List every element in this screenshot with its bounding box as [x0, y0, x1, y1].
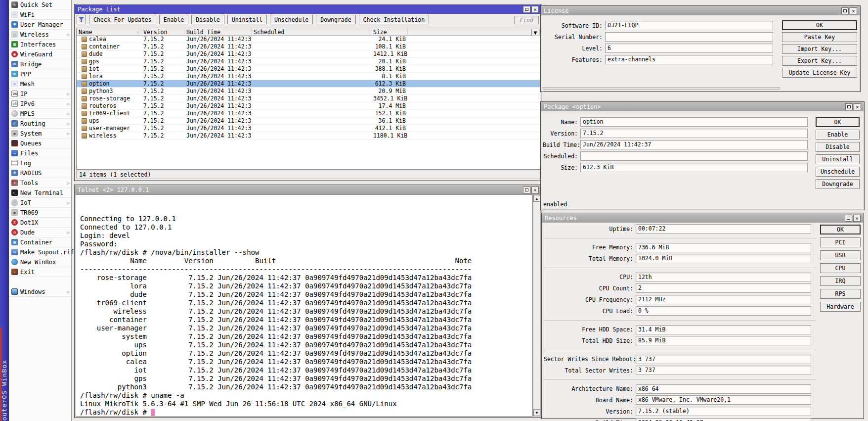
field-input[interactable]	[580, 151, 808, 161]
field-input[interactable]: 7.15.2	[580, 129, 808, 138]
toolbar-button[interactable]: Downgrade	[316, 15, 355, 24]
field-input[interactable]: 00:07:22	[636, 224, 811, 234]
column-header-size[interactable]: Size	[371, 28, 408, 36]
sidebar-item[interactable]: IoT ▷	[9, 198, 71, 208]
dialog-button[interactable]: PCI	[820, 237, 861, 247]
sidebar-item[interactable]: TR069	[9, 208, 71, 218]
terminal[interactable]: Connecting to 127.0.0.1 Connected to 127…	[76, 194, 533, 417]
table-row[interactable]: python3 7.15.2 Jun/26/2024 11:42:37 20.9…	[77, 88, 540, 95]
column-header-name[interactable]: Name △	[77, 28, 141, 36]
column-header-scheduled[interactable]: Scheduled	[252, 28, 371, 36]
dialog-button[interactable]: CPU	[820, 263, 861, 273]
scroll-up-button[interactable]: ▲	[533, 195, 540, 202]
field-input[interactable]: 6	[605, 44, 773, 53]
toolbar-button[interactable]: Check Installation	[359, 15, 430, 24]
dialog-button[interactable]: Import Key...	[782, 44, 857, 54]
sidebar-item[interactable]: WireGuard	[9, 49, 71, 59]
sidebar-item[interactable]: PPP	[9, 69, 71, 79]
field-input[interactable]: x86_64	[636, 384, 811, 394]
close-button[interactable]: ×	[531, 6, 539, 13]
scroll-down-button[interactable]: ▼	[533, 409, 540, 416]
maximize-button[interactable]	[523, 187, 530, 193]
sidebar-item[interactable]: WiFi	[9, 10, 71, 20]
dialog-button[interactable]: Disable	[816, 142, 860, 152]
dialog-button[interactable]: OK	[782, 20, 857, 30]
package-option-titlebar[interactable]: Package <option> ×	[541, 102, 864, 111]
field-input[interactable]: 2	[636, 283, 811, 293]
close-button[interactable]: ×	[850, 7, 857, 14]
maximize-button[interactable]	[845, 215, 852, 222]
toolbar-button[interactable]: Check For Updates	[89, 15, 156, 24]
close-button[interactable]: ×	[854, 103, 861, 110]
table-row[interactable]: gps 7.15.2 Jun/26/2024 11:42:37 20.1 KiB	[77, 58, 540, 65]
resources-titlebar[interactable]: Resources ×	[542, 214, 863, 223]
close-button[interactable]: ×	[853, 215, 861, 222]
find-input[interactable]	[514, 16, 539, 24]
license-titlebar[interactable]: License ×	[541, 6, 860, 15]
field-input[interactable]: option	[580, 117, 808, 127]
field-input[interactable]: 3 737	[636, 366, 811, 375]
dialog-button[interactable]: Update License Key	[782, 68, 857, 78]
sidebar-item[interactable]: MPLS ▷	[9, 109, 71, 119]
dialog-button[interactable]: OK	[816, 117, 860, 127]
table-row[interactable]: ups 7.15.2 Jun/26/2024 11:42:37 36.1 KiB	[77, 117, 540, 125]
sidebar-item[interactable]: Quick Set	[9, 0, 71, 10]
table-row[interactable]: rose-storage 7.15.2 Jun/26/2024 11:42:37…	[77, 95, 540, 102]
package-list-titlebar[interactable]: Package List ×	[75, 5, 541, 14]
sidebar-item[interactable]: Dot1X	[9, 218, 71, 228]
column-select-dropdown[interactable]: ▼	[531, 29, 539, 36]
dialog-button[interactable]: Paste Key	[782, 32, 857, 42]
table-row[interactable]: wireless 7.15.2 Jun/26/2024 11:42:37 118…	[77, 132, 540, 140]
field-input[interactable]: extra-channels	[605, 55, 773, 64]
table-row[interactable]: dude 7.15.2 Jun/26/2024 11:42:37 1412.1 …	[77, 50, 540, 58]
sidebar-item[interactable]: Tools ▷	[9, 178, 71, 188]
field-input[interactable]: 0 %	[636, 306, 811, 316]
field-input[interactable]: 3 737	[636, 355, 811, 364]
sidebar-item[interactable]: Make Supout.rif	[9, 247, 71, 257]
sidebar-item[interactable]: Interfaces	[9, 40, 71, 49]
field-input[interactable]: 1024.0 MiB	[636, 254, 811, 263]
field-input[interactable]	[605, 32, 773, 42]
field-input[interactable]: 612.3 KiB	[580, 163, 808, 172]
sidebar-item[interactable]: System ▷	[9, 129, 71, 139]
table-row[interactable]: user-manager 7.15.2 Jun/26/2024 11:42:37…	[77, 125, 540, 132]
sidebar-item[interactable]: New WinBox	[9, 257, 71, 267]
dialog-button[interactable]: Uninstall	[816, 154, 860, 164]
sidebar-item[interactable]: User Manager	[9, 20, 71, 30]
dialog-button[interactable]: IRQ	[820, 276, 861, 286]
toolbar-button[interactable]: Enable	[159, 15, 189, 24]
close-button[interactable]: ×	[531, 187, 539, 193]
sidebar-item-windows[interactable]: Windows ▷	[9, 287, 71, 297]
dialog-button[interactable]: USB	[820, 250, 861, 260]
field-input[interactable]: DJ21-EIQP	[605, 21, 773, 30]
dialog-button[interactable]: RPS	[820, 289, 861, 299]
table-row[interactable]: calea 7.15.2 Jun/26/2024 11:42:37 24.1 K…	[77, 36, 540, 43]
field-input[interactable]: x86 VMware, Inc. VMware20,1	[636, 395, 811, 405]
sidebar-item[interactable]: Routing ▷	[9, 119, 71, 129]
table-row[interactable]: container 7.15.2 Jun/26/2024 11:42:37 10…	[77, 43, 540, 50]
sidebar-item[interactable]: IPv6 ▷	[9, 99, 71, 109]
dialog-button[interactable]: Downgrade	[816, 179, 860, 189]
sidebar-item[interactable]: Queues	[9, 139, 71, 148]
toolbar-button[interactable]: Unschedule	[270, 15, 313, 24]
toolbar-button[interactable]: Uninstall	[227, 15, 267, 24]
field-input[interactable]: Jun/26/2024 11:42:37	[580, 140, 808, 149]
maximize-button[interactable]	[841, 7, 849, 14]
table-row[interactable]: routeros 7.15.2 Jun/26/2024 11:42:37 17.…	[77, 102, 540, 110]
dialog-button[interactable]: Unschedule	[816, 167, 860, 177]
field-input[interactable]: 31.4 MiB	[636, 325, 811, 334]
sidebar-item[interactable]: RADIUS	[9, 168, 71, 178]
telnet-titlebar[interactable]: Telnet <2> 127.0.0.1 ×	[75, 186, 541, 194]
field-input[interactable]: 7.15.2 (stable)	[636, 407, 811, 416]
sidebar-item[interactable]: IP ▷	[9, 89, 71, 99]
sidebar-item[interactable]: Files	[9, 148, 71, 158]
field-input[interactable]: 85.9 MiB	[636, 336, 811, 345]
table-row[interactable]: tr069-client 7.15.2 Jun/26/2024 11:42:37…	[77, 110, 540, 117]
table-row[interactable]: option 7.15.2 Jun/26/2024 11:42:37 612.3…	[77, 80, 540, 88]
sidebar-item[interactable]: Exit	[9, 267, 71, 277]
sidebar-item[interactable]: Log	[9, 158, 71, 168]
table-row[interactable]: lora 7.15.2 Jun/26/2024 11:42:37 8.1 KiB	[77, 73, 540, 80]
sidebar-item[interactable]: Dude ▷	[9, 228, 71, 237]
filter-button[interactable]	[77, 15, 86, 24]
dialog-button[interactable]: Hardware	[820, 302, 861, 312]
